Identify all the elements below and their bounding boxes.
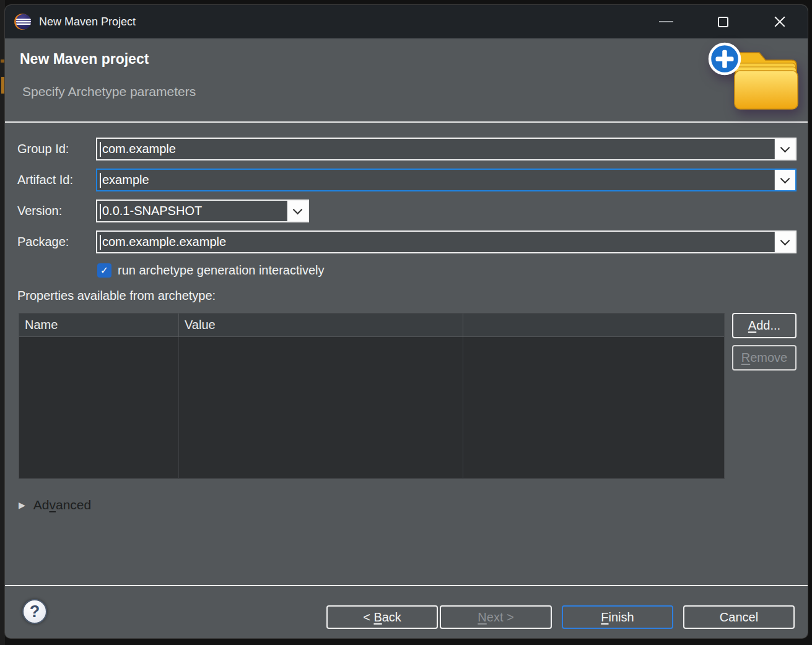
add-button[interactable]: Add... [732,313,797,338]
package-value[interactable]: com.example.example [101,235,774,249]
page-title: New Maven project [20,51,149,68]
version-combo[interactable]: 0.0.1-SNAPSHOT [96,200,309,222]
group-id-value[interactable]: com.example [101,142,774,156]
interactive-checkbox-row: ✓ run archetype generation interactively [97,263,325,278]
remove-button[interactable]: Remove [732,345,797,371]
group-id-label: Group Id: [17,138,69,160]
new-folder-icon [707,41,800,115]
minimize-icon [659,21,673,22]
maximize-icon [718,17,728,27]
question-mark-icon: ? [30,602,40,621]
background-window-edge [0,0,5,645]
artifact-id-value[interactable]: example [101,173,774,187]
chevron-down-icon [293,204,303,214]
package-dropdown-button[interactable] [774,232,795,252]
eclipse-logo-icon [14,12,32,31]
column-header-value[interactable]: Value [179,314,463,336]
titlebar[interactable]: New Maven Project [5,5,808,38]
minimize-button[interactable] [653,9,678,34]
group-id-combo[interactable]: com.example [96,138,797,160]
footer-separator [5,585,808,586]
group-id-dropdown-button[interactable] [774,139,795,159]
column-header-name[interactable]: Name [19,314,179,336]
properties-label: Properties available from archetype: [17,289,216,303]
artifact-id-label: Artifact Id: [17,169,73,191]
new-maven-project-dialog: New Maven Project New Maven project Spec… [5,5,808,638]
package-label: Package: [17,230,69,253]
remove-button-label: R [741,351,750,364]
checkmark-icon: ✓ [100,265,108,276]
window-title: New Maven Project [39,15,136,29]
version-value[interactable]: 0.0.1-SNAPSHOT [101,204,287,218]
artifact-id-dropdown-button[interactable] [774,170,795,190]
table-header-row: Name Value [19,314,724,337]
column-divider [463,337,463,479]
version-dropdown-button[interactable] [287,201,308,221]
run-interactively-checkbox[interactable]: ✓ [97,263,111,278]
expander-triangle-icon: ▶ [19,500,25,510]
back-button[interactable]: < Back [326,605,438,629]
next-button[interactable]: Next > [440,605,552,629]
maximize-button[interactable] [710,9,735,34]
run-interactively-label: run archetype generation interactively [118,263,325,278]
background-window-fragment [1,59,4,63]
close-icon [772,14,787,29]
chevron-down-icon [780,235,790,245]
chevron-down-icon [780,143,790,152]
page-subtitle: Specify Archetype parameters [22,84,196,99]
table-body-empty[interactable] [19,337,724,479]
artifact-id-combo[interactable]: example [96,169,797,191]
column-divider [178,337,179,479]
help-button[interactable]: ? [22,599,47,624]
add-button-label: A [748,318,756,332]
version-label: Version: [17,200,62,222]
column-header-extra[interactable] [463,314,724,336]
advanced-label: Advanced [33,498,91,512]
properties-table[interactable]: Name Value [19,313,725,479]
wizard-banner: New Maven project Specify Archetype para… [5,38,808,123]
close-button[interactable] [767,9,792,34]
advanced-expander[interactable]: ▶ Advanced [19,498,91,512]
finish-button[interactable]: Finish [562,605,673,629]
cancel-button[interactable]: Cancel [683,605,795,629]
package-combo[interactable]: com.example.example [96,230,797,253]
chevron-down-icon [780,173,790,183]
